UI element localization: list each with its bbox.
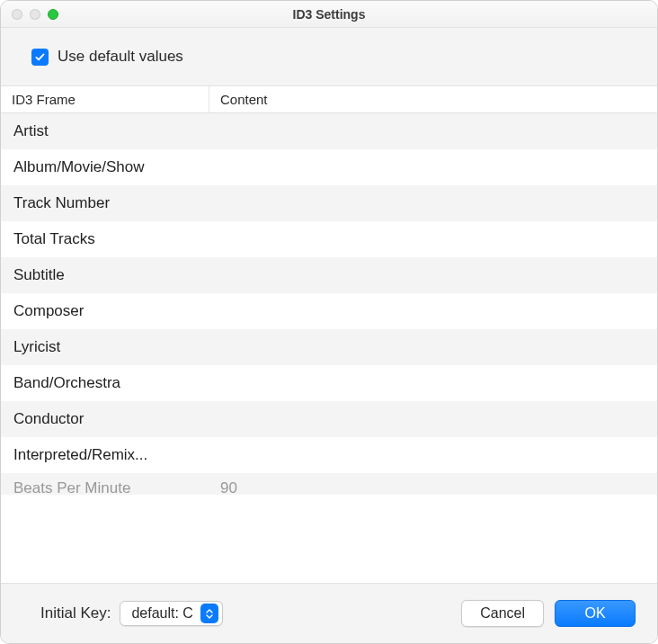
initial-key-select[interactable]: default: C: [120, 601, 222, 626]
table-row[interactable]: Track Number: [1, 185, 657, 221]
table-row[interactable]: Conductor: [1, 401, 657, 437]
id3-table-body[interactable]: Artist Album/Movie/Show Track Number Tot…: [1, 113, 657, 583]
cell-frame: Lyricist: [1, 338, 209, 356]
initial-key-label: Initial Key:: [40, 604, 111, 622]
table-header: ID3 Frame Content: [1, 86, 657, 113]
initial-key-value: default: C: [131, 605, 192, 622]
table-row[interactable]: Band/Orchestra: [1, 365, 657, 401]
column-header-content[interactable]: Content: [209, 86, 657, 112]
table-row[interactable]: Album/Movie/Show: [1, 149, 657, 185]
cell-frame: Composer: [1, 302, 209, 320]
use-default-values-label: Use default values: [58, 48, 183, 66]
id3-settings-window: ID3 Settings Use default values ID3 Fram…: [0, 0, 658, 644]
table-row[interactable]: Lyricist: [1, 329, 657, 365]
ok-button[interactable]: OK: [555, 600, 636, 627]
cancel-button[interactable]: Cancel: [461, 600, 544, 627]
cell-frame: Total Tracks: [1, 230, 209, 248]
cell-frame: Interpreted/Remix...: [1, 446, 209, 464]
options-header: Use default values: [1, 28, 657, 86]
cell-frame: Conductor: [1, 410, 209, 428]
cell-frame: Subtitle: [1, 266, 209, 284]
cell-frame: Album/Movie/Show: [1, 158, 209, 176]
cell-frame: Track Number: [1, 194, 209, 212]
table-row[interactable]: Total Tracks: [1, 221, 657, 257]
window-controls: [1, 9, 58, 20]
zoom-window-button[interactable]: [48, 9, 58, 20]
titlebar: ID3 Settings: [1, 1, 657, 28]
table-row[interactable]: Beats Per Minute 90: [1, 473, 657, 495]
table-row[interactable]: Composer: [1, 293, 657, 329]
dialog-footer: Initial Key: default: C Cancel OK: [1, 583, 657, 643]
cell-content[interactable]: 90: [209, 479, 657, 495]
use-default-values-checkbox[interactable]: [31, 49, 49, 66]
checkmark-icon: [34, 51, 46, 63]
select-arrows-icon: [200, 604, 218, 623]
cell-frame: Beats Per Minute: [1, 479, 209, 495]
close-window-button[interactable]: [12, 9, 22, 20]
table-row[interactable]: Interpreted/Remix...: [1, 437, 657, 473]
table-row[interactable]: Subtitle: [1, 257, 657, 293]
cell-frame: Band/Orchestra: [1, 374, 209, 392]
minimize-window-button[interactable]: [30, 9, 40, 20]
cell-frame: Artist: [1, 122, 209, 140]
column-header-id3-frame[interactable]: ID3 Frame: [1, 86, 209, 112]
window-title: ID3 Settings: [1, 7, 657, 22]
table-row[interactable]: Artist: [1, 113, 657, 149]
